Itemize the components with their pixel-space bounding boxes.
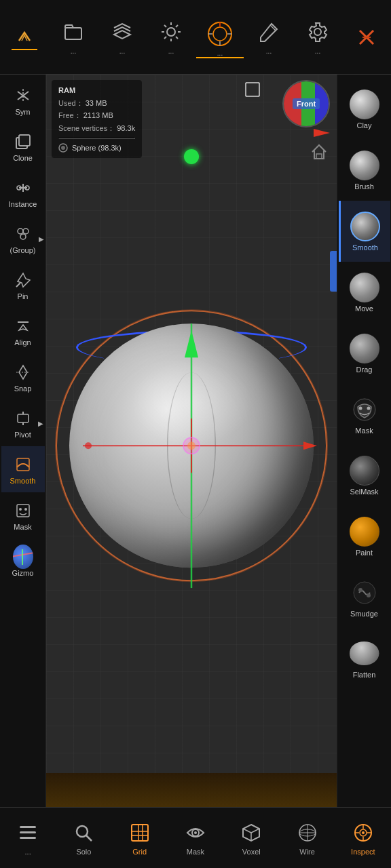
svg-rect-34 xyxy=(18,414,29,422)
wire-label: Wire xyxy=(299,848,315,856)
right-tool-paint[interactable]: Paint xyxy=(339,506,390,567)
clone-icon xyxy=(13,132,33,152)
voxel-label: Voxel xyxy=(242,848,261,856)
top-tool-pen[interactable]: ... xyxy=(245,14,293,60)
paint-label: Paint xyxy=(356,549,373,557)
home-button[interactable] xyxy=(310,142,329,161)
vertices-info: Scene vertices： 98.3k xyxy=(58,122,135,135)
svg-marker-59 xyxy=(314,129,330,137)
view-cube[interactable]: Front xyxy=(282,80,330,127)
sym-icon xyxy=(13,85,33,106)
align-icon xyxy=(13,316,33,336)
right-tool-drag[interactable]: Drag xyxy=(339,323,390,384)
bottom-toolbar: ... Solo Grid xyxy=(0,807,391,868)
sidebar-item-snap[interactable]: Snap xyxy=(1,354,45,400)
wire-icon xyxy=(295,821,320,845)
fly-icon xyxy=(12,24,37,50)
snap-icon xyxy=(13,362,33,382)
right-tool-brush[interactable]: Brush xyxy=(339,140,390,201)
sphere-body[interactable] xyxy=(69,323,314,568)
top-tool-files-label: ... xyxy=(71,47,76,55)
viewport[interactable]: RAM Used： 33 MB Free： 2113 MB Scene vert… xyxy=(46,75,337,807)
gizmo-top-dot[interactable] xyxy=(184,149,199,164)
pivot-label: Pivot xyxy=(14,431,31,439)
sidebar-item-gizmo[interactable]: Gizmo xyxy=(1,538,45,585)
object-info: Sphere (98.3k) xyxy=(58,142,135,155)
free-value: 2113 MB xyxy=(83,111,113,119)
svg-line-9 xyxy=(164,37,166,39)
bottom-tool-voxel[interactable]: Voxel xyxy=(224,821,278,856)
top-tool-camera[interactable]: ... xyxy=(196,16,244,58)
info-panel: RAM Used： 33 MB Free： 2113 MB Scene vert… xyxy=(52,80,142,158)
sidebar-item-pin[interactable]: Pin xyxy=(1,262,45,308)
brush-ball xyxy=(350,151,379,180)
pin-label: Pin xyxy=(18,292,29,300)
right-tool-mask[interactable]: Mask xyxy=(339,384,390,445)
expand-button[interactable] xyxy=(243,80,262,99)
view-label: Front xyxy=(293,98,320,109)
top-tool-layers-label: ... xyxy=(119,47,125,55)
svg-point-17 xyxy=(314,28,321,35)
right-tool-smudge[interactable]: Smudge xyxy=(339,567,390,628)
top-tool-layers[interactable]: ... xyxy=(98,14,146,60)
svg-point-43 xyxy=(367,406,370,410)
right-tool-selmask[interactable]: SelMask xyxy=(339,445,390,506)
svg-point-39 xyxy=(19,508,22,511)
svg-line-7 xyxy=(176,37,178,39)
bottom-tool-solo[interactable]: Solo xyxy=(56,821,111,856)
bottom-tool-inspect[interactable]: Inspect xyxy=(336,821,390,856)
bottom-tool-mask[interactable]: Mask xyxy=(168,821,223,856)
top-tool-settings[interactable]: ... xyxy=(294,14,341,60)
bottom-tool-wire[interactable]: Wire xyxy=(280,821,335,856)
smooth-left-icon xyxy=(13,454,33,475)
sidebar-item-mask-left[interactable]: Mask xyxy=(1,492,45,538)
right-tool-flatten[interactable]: Flatten xyxy=(339,628,390,689)
mask-left-icon xyxy=(13,500,33,521)
pivot-expand-icon: ▶ xyxy=(38,420,43,427)
gizmo-right-arrow xyxy=(312,123,331,142)
svg-line-31 xyxy=(16,283,20,287)
top-tool-lighting[interactable]: ... xyxy=(147,14,195,60)
svg-line-73 xyxy=(251,829,259,833)
top-tool-lighting-label: ... xyxy=(168,47,174,55)
pin-icon xyxy=(13,270,33,290)
svg-point-1 xyxy=(167,28,175,36)
sidebar-item-smooth[interactable]: Smooth xyxy=(1,446,45,492)
top-tool-pen-label: ... xyxy=(266,47,272,55)
instance-label: Instance xyxy=(9,200,37,208)
right-tool-move[interactable]: Move xyxy=(339,262,390,323)
svg-rect-0 xyxy=(65,28,81,39)
sidebar-item-clone[interactable]: Clone xyxy=(1,123,45,170)
instance-icon xyxy=(13,178,33,198)
bottom-tool-menu[interactable]: ... xyxy=(1,821,55,856)
bottom-tool-grid[interactable]: Grid xyxy=(113,821,167,856)
sym-label: Sym xyxy=(16,108,31,116)
top-tool-fly[interactable] xyxy=(1,19,48,56)
right-sidebar: Clay Brush Smooth Move Drag Mask xyxy=(337,75,391,834)
selmask-label: SelMask xyxy=(350,488,378,496)
expand-icon xyxy=(243,80,262,99)
sidebar-item-align[interactable]: Align xyxy=(1,308,45,354)
brush-label: Brush xyxy=(354,182,374,191)
right-tool-smooth[interactable]: Smooth xyxy=(339,201,390,262)
folder-icon xyxy=(60,19,86,45)
sidebar-item-group[interactable]: (Group) ▶ xyxy=(1,216,45,262)
view-cube-display: Front xyxy=(282,80,330,127)
sidebar-item-instance[interactable]: Instance xyxy=(1,170,45,216)
sidebar-item-pivot[interactable]: Pivot ▶ xyxy=(1,400,45,446)
top-tool-settings-label: ... xyxy=(315,47,320,55)
svg-rect-61 xyxy=(20,831,36,833)
svg-line-6 xyxy=(164,25,166,27)
top-toolbar: ... ... ... xyxy=(0,0,391,75)
right-tool-clay[interactable]: Clay xyxy=(339,79,390,140)
bottom-gradient-strip xyxy=(46,773,337,807)
sphere-container[interactable] xyxy=(69,323,314,568)
flatten-ball xyxy=(350,639,379,669)
svg-point-40 xyxy=(24,508,27,511)
svg-point-29 xyxy=(23,229,29,234)
smudge-label: Smudge xyxy=(350,610,378,618)
top-tool-tools[interactable] xyxy=(343,19,390,56)
top-tool-files[interactable]: ... xyxy=(50,14,97,60)
sidebar-item-sym[interactable]: Sym xyxy=(1,77,45,123)
flatten-label: Flatten xyxy=(353,671,376,679)
